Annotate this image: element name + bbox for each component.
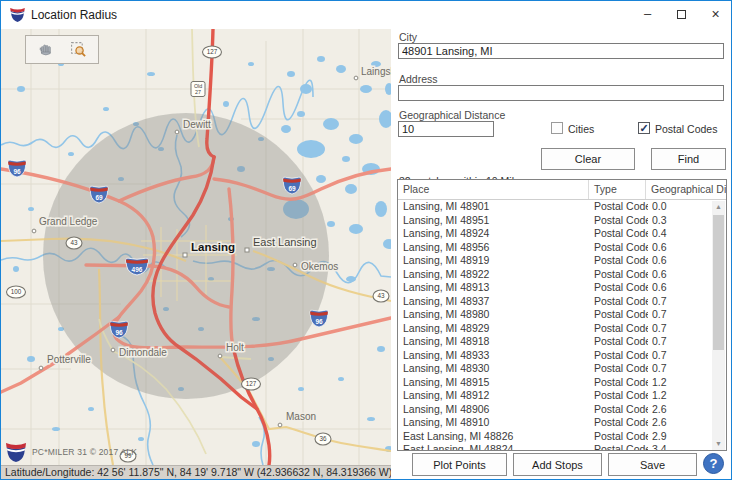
map-svg: 9669496966996127Old2743100431273699 Dewi… bbox=[1, 29, 391, 465]
table-row[interactable]: East Lansing, MI 48826Postal Code2.9 bbox=[398, 430, 712, 444]
find-button[interactable]: Find bbox=[651, 148, 726, 170]
table-cell-type: Postal Code bbox=[594, 322, 648, 336]
table-cell-place: East Lansing, MI 48824 bbox=[403, 443, 588, 450]
postal-codes-checkbox[interactable]: ✓ bbox=[638, 122, 650, 134]
table-row[interactable]: Lansing, MI 48906Postal Code2.6 bbox=[398, 403, 712, 417]
table-row[interactable]: Lansing, MI 48951Postal Code0.3 bbox=[398, 214, 712, 228]
city-input[interactable] bbox=[398, 43, 724, 59]
table-cell-type: Postal Code bbox=[594, 227, 648, 241]
zoom-area-tool[interactable] bbox=[65, 38, 91, 61]
column-header-distance[interactable]: Geographical Di bbox=[646, 180, 726, 199]
route-shield: 43 bbox=[373, 290, 389, 302]
table-cell-place: Lansing, MI 48913 bbox=[403, 281, 588, 295]
save-button[interactable]: Save bbox=[608, 453, 697, 476]
map-city-label: Grand Ledge bbox=[39, 216, 98, 227]
help-button[interactable]: ? bbox=[703, 453, 724, 474]
titlebar: Location Radius – × bbox=[1, 1, 731, 29]
table-cell-dist: 0.6 bbox=[652, 241, 707, 255]
table-cell-type: Postal Code bbox=[594, 335, 648, 349]
city-marker bbox=[111, 348, 115, 352]
table-cell-place: Lansing, MI 48980 bbox=[403, 308, 588, 322]
attribution-text: PC*MILER 31 © 2017 ALK bbox=[32, 447, 137, 457]
table-cell-type: Postal Code bbox=[594, 349, 648, 363]
table-cell-dist: 0.6 bbox=[652, 254, 707, 268]
table-row[interactable]: Lansing, MI 48956Postal Code0.6 bbox=[398, 241, 712, 255]
city-marker bbox=[293, 263, 297, 267]
address-label: Address bbox=[399, 73, 438, 85]
table-cell-dist: 0.7 bbox=[652, 295, 707, 309]
distance-label: Geographical Distance bbox=[399, 109, 505, 121]
map-city-label: Dewitt bbox=[183, 119, 211, 130]
table-cell-type: Postal Code bbox=[594, 430, 648, 444]
city-marker bbox=[39, 366, 43, 370]
table-row[interactable]: Lansing, MI 48933Postal Code0.7 bbox=[398, 349, 712, 363]
table-row[interactable]: Lansing, MI 48919Postal Code0.6 bbox=[398, 254, 712, 268]
scroll-down-icon[interactable]: ▼ bbox=[712, 438, 725, 450]
table-cell-type: Postal Code bbox=[594, 200, 648, 214]
table-cell-place: Lansing, MI 48919 bbox=[403, 254, 588, 268]
plot-points-button[interactable]: Plot Points bbox=[412, 453, 507, 476]
city-marker bbox=[175, 130, 179, 134]
column-header-type[interactable]: Type bbox=[589, 180, 646, 199]
maximize-button[interactable] bbox=[665, 1, 698, 28]
table-row[interactable]: Lansing, MI 48930Postal Code0.7 bbox=[398, 362, 712, 376]
add-stops-button[interactable]: Add Stops bbox=[513, 453, 602, 476]
table-row[interactable]: Lansing, MI 48912Postal Code1.2 bbox=[398, 389, 712, 403]
results-scrollbar[interactable]: ▲ ▼ bbox=[712, 201, 725, 450]
address-input[interactable] bbox=[398, 85, 724, 101]
table-cell-dist: 0.3 bbox=[652, 214, 707, 228]
table-cell-type: Postal Code bbox=[594, 308, 648, 322]
table-cell-dist: 0.7 bbox=[652, 362, 707, 376]
table-cell-type: Postal Code bbox=[594, 295, 648, 309]
table-cell-place: Lansing, MI 48901 bbox=[403, 200, 588, 214]
table-cell-type: Postal Code bbox=[594, 362, 648, 376]
pan-hand-tool[interactable] bbox=[33, 38, 59, 61]
table-cell-type: Postal Code bbox=[594, 268, 648, 282]
table-row[interactable]: Lansing, MI 48913Postal Code0.6 bbox=[398, 281, 712, 295]
map-city-label: Potterville bbox=[47, 354, 91, 365]
cities-checkbox[interactable] bbox=[551, 122, 563, 134]
window-title: Location Radius bbox=[31, 1, 117, 29]
search-panel: City Address Geographical Distance Citie… bbox=[391, 29, 731, 479]
table-cell-type: Postal Code bbox=[594, 214, 648, 228]
scrollbar-thumb[interactable] bbox=[713, 215, 724, 350]
route-shield: 36 bbox=[315, 433, 331, 445]
table-row[interactable]: Lansing, MI 48918Postal Code0.7 bbox=[398, 335, 712, 349]
distance-input[interactable] bbox=[398, 121, 494, 137]
table-cell-dist: 1.2 bbox=[652, 389, 707, 403]
table-row[interactable]: Lansing, MI 48924Postal Code0.4 bbox=[398, 227, 712, 241]
svg-text:69: 69 bbox=[288, 185, 296, 192]
table-cell-place: Lansing, MI 48906 bbox=[403, 403, 588, 417]
table-cell-type: Postal Code bbox=[594, 281, 648, 295]
route-shield: 100 bbox=[7, 286, 26, 298]
table-row[interactable]: Lansing, MI 48929Postal Code0.7 bbox=[398, 322, 712, 336]
map-city-label: Dimondale bbox=[119, 347, 167, 358]
results-table: Place Type Geographical Di Lansing, MI 4… bbox=[397, 179, 727, 451]
column-header-place[interactable]: Place bbox=[398, 180, 589, 199]
table-cell-type: Postal Code bbox=[594, 443, 648, 450]
svg-text:Old: Old bbox=[194, 83, 202, 89]
map-canvas[interactable]: 9669496966996127Old2743100431273699 Dewi… bbox=[1, 29, 391, 465]
scroll-up-icon[interactable]: ▲ bbox=[712, 201, 725, 213]
pcmiler-logo-icon bbox=[9, 7, 26, 23]
table-cell-place: Lansing, MI 48929 bbox=[403, 322, 588, 336]
route-shield: Old27 bbox=[191, 82, 205, 97]
table-cell-dist: 1.2 bbox=[652, 376, 707, 390]
table-row[interactable]: Lansing, MI 48980Postal Code0.7 bbox=[398, 308, 712, 322]
city-marker bbox=[354, 76, 358, 80]
table-row[interactable]: Lansing, MI 48922Postal Code0.6 bbox=[398, 268, 712, 282]
table-row[interactable]: Lansing, MI 48915Postal Code1.2 bbox=[398, 376, 712, 390]
table-row[interactable]: East Lansing, MI 48824Postal Code3.4 bbox=[398, 443, 712, 450]
table-cell-dist: 2.6 bbox=[652, 416, 707, 430]
route-shield: 127 bbox=[203, 46, 222, 58]
clear-button[interactable]: Clear bbox=[541, 148, 635, 170]
city-marker bbox=[245, 248, 249, 252]
table-row[interactable]: Lansing, MI 48937Postal Code0.7 bbox=[398, 295, 712, 309]
close-button[interactable]: × bbox=[699, 1, 732, 28]
table-cell-type: Postal Code bbox=[594, 416, 648, 430]
table-row[interactable]: Lansing, MI 48910Postal Code2.6 bbox=[398, 416, 712, 430]
city-label: City bbox=[399, 31, 417, 43]
table-row[interactable]: Lansing, MI 48901Postal Code0.0 bbox=[398, 200, 712, 214]
minimize-button[interactable]: – bbox=[631, 1, 664, 28]
map-attribution: PC*MILER 31 © 2017 ALK bbox=[3, 441, 137, 463]
